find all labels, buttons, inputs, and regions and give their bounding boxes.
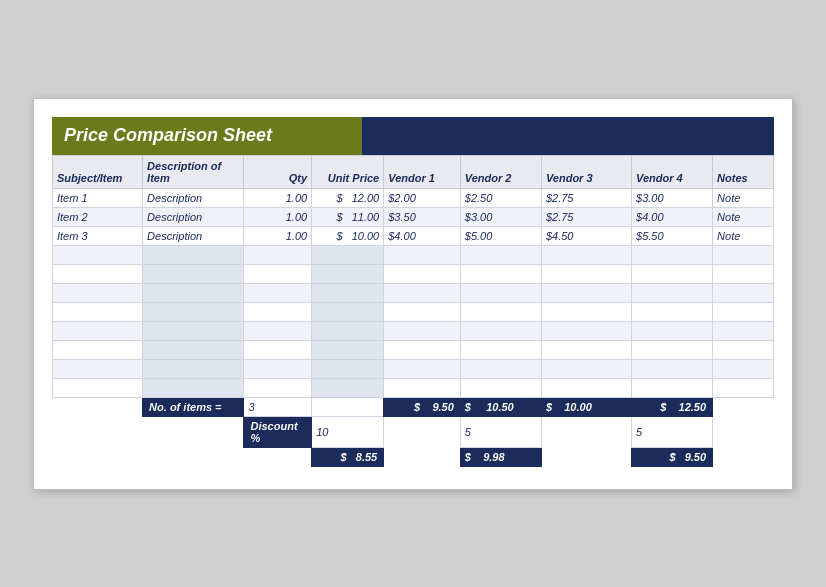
empty-v1	[384, 359, 461, 378]
empty-v3	[541, 340, 631, 359]
empty-qty	[244, 302, 312, 321]
empty-v2	[460, 264, 541, 283]
empty-v1	[384, 283, 461, 302]
empty-row	[53, 359, 774, 378]
empty-notes	[713, 264, 774, 283]
empty-desc	[143, 321, 244, 340]
empty-row	[53, 245, 774, 264]
col-v1-header: Vendor 1	[384, 155, 461, 188]
table-row: Item 2 Description 1.00 $ 11.00 $3.50 $3…	[53, 207, 774, 226]
cell-subject: Item 1	[53, 188, 143, 207]
cell-v4: $3.00	[632, 188, 713, 207]
empty-row	[53, 283, 774, 302]
cell-qty: 1.00	[244, 188, 312, 207]
empty-row	[53, 264, 774, 283]
empty-subject	[53, 378, 143, 397]
cell-unit: $ 11.00	[312, 207, 384, 226]
cell-v3: $2.75	[541, 188, 631, 207]
discount-label: Discount %	[244, 416, 312, 447]
empty-unit	[312, 359, 384, 378]
empty-unit	[312, 245, 384, 264]
table-row: Item 1 Description 1.00 $ 12.00 $2.00 $2…	[53, 188, 774, 207]
empty-v1	[384, 264, 461, 283]
empty-desc	[143, 378, 244, 397]
empty-row	[53, 340, 774, 359]
empty-v2	[460, 359, 541, 378]
empty-subject	[53, 245, 143, 264]
empty-qty	[244, 359, 312, 378]
empty-v4	[632, 340, 713, 359]
empty-subject	[53, 283, 143, 302]
subtotal-row: No. of items = 3 $ 9.50 $ 10.50 $ 10.00 …	[53, 397, 774, 416]
col-qty-header: Qty	[244, 155, 312, 188]
cell-v4: $5.50	[632, 226, 713, 245]
empty-row	[53, 321, 774, 340]
empty-row	[53, 378, 774, 397]
empty-v1	[384, 340, 461, 359]
column-headers: Subject/Item Description of Item Qty Uni…	[53, 155, 774, 188]
empty-subject	[53, 264, 143, 283]
col-subject-header: Subject/Item	[53, 155, 143, 188]
empty-notes	[713, 245, 774, 264]
col-v3-header: Vendor 3	[541, 155, 631, 188]
total-row: $ 8.55 $ 9.98 $ 9.50	[53, 447, 774, 466]
col-desc-header: Description of Item	[143, 155, 244, 188]
empty-notes	[713, 321, 774, 340]
empty-subject	[53, 359, 143, 378]
cell-v3: $2.75	[541, 207, 631, 226]
empty-v1	[384, 321, 461, 340]
cell-notes: Note	[713, 207, 774, 226]
empty-unit	[312, 264, 384, 283]
cell-desc: Description	[143, 226, 244, 245]
v3-discount: 5	[632, 416, 713, 447]
cell-v1: $3.50	[384, 207, 461, 226]
cell-desc: Description	[143, 207, 244, 226]
cell-subject: Item 2	[53, 207, 143, 226]
cell-v3: $4.50	[541, 226, 631, 245]
empty-unit	[312, 340, 384, 359]
empty-v4	[632, 302, 713, 321]
empty-v1	[384, 245, 461, 264]
empty-notes	[713, 359, 774, 378]
empty-qty	[244, 321, 312, 340]
empty-v2	[460, 321, 541, 340]
empty-v3	[541, 302, 631, 321]
empty-v3	[541, 283, 631, 302]
col-v2-header: Vendor 2	[460, 155, 541, 188]
cell-qty: 1.00	[244, 207, 312, 226]
empty-qty	[244, 378, 312, 397]
empty-v4	[632, 378, 713, 397]
empty-qty	[244, 245, 312, 264]
empty-unit	[312, 283, 384, 302]
v2-discount: 5	[460, 416, 541, 447]
header-row: Price Comparison Sheet	[52, 117, 774, 155]
empty-qty	[244, 340, 312, 359]
empty-qty	[244, 264, 312, 283]
empty-notes	[713, 302, 774, 321]
empty-v2	[460, 302, 541, 321]
empty-qty	[244, 283, 312, 302]
empty-v4	[632, 359, 713, 378]
no-of-items-label: No. of items =	[143, 397, 244, 416]
v4-sub-dollar: $ 12.50	[632, 397, 713, 416]
discount-row: Discount % 10 5 5	[53, 416, 774, 447]
empty-v4	[632, 321, 713, 340]
empty-v2	[460, 378, 541, 397]
col-v4-header: Vendor 4	[632, 155, 713, 188]
empty-desc	[143, 264, 244, 283]
empty-v2	[460, 283, 541, 302]
empty-v1	[384, 378, 461, 397]
cell-desc: Description	[143, 188, 244, 207]
empty-unit	[312, 378, 384, 397]
empty-notes	[713, 283, 774, 302]
cell-v2: $3.00	[460, 207, 541, 226]
empty-notes	[713, 378, 774, 397]
cell-v1: $4.00	[384, 226, 461, 245]
empty-v4	[632, 264, 713, 283]
empty-notes	[713, 340, 774, 359]
cell-v1: $2.00	[384, 188, 461, 207]
v1-sub-dollar: $ 9.50	[384, 397, 461, 416]
empty-desc	[143, 302, 244, 321]
empty-v3	[541, 264, 631, 283]
empty-v2	[460, 340, 541, 359]
